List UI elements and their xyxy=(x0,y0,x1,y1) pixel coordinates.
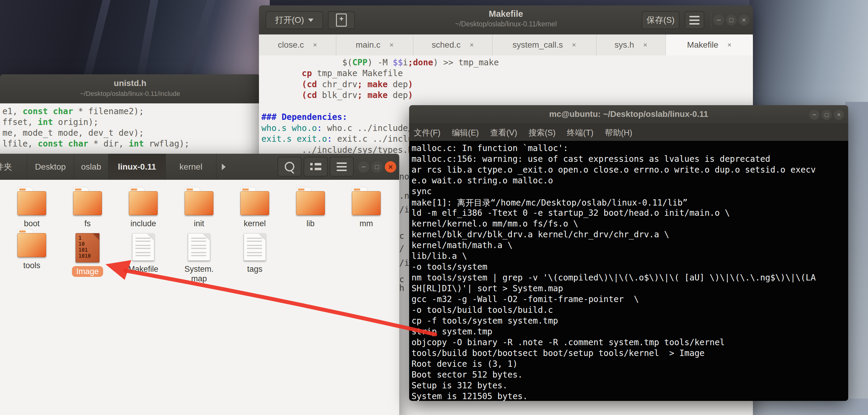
tab-main.c[interactable]: main.c× xyxy=(336,34,413,56)
terminal-output-line: SH[RL]DI\)'| sort > System.map xyxy=(411,283,563,293)
folder-boot[interactable]: boot xyxy=(4,191,60,228)
folder-init[interactable]: init xyxy=(171,191,227,228)
save-button-label: 保存(S) xyxy=(647,14,674,26)
terminal-output-line: make[1]: 离开目录“/home/mc/Desktop/oslab/lin… xyxy=(411,197,688,209)
gedit-minimize-button[interactable]: − xyxy=(713,15,724,26)
fm-minimize-button[interactable]: − xyxy=(358,161,369,172)
gedit-close-button[interactable]: × xyxy=(739,15,749,26)
terminal-output-line: ar rcs lib.a ctype.o _exit.o open.o clos… xyxy=(411,165,816,175)
gedit-menu-button[interactable] xyxy=(685,11,704,29)
tab-close-icon[interactable]: × xyxy=(313,41,317,49)
gedit-maximize-button[interactable]: □ xyxy=(726,15,737,26)
file-manager-content[interactable]: bootfsincludeinitkernellibmmtools1 10 10… xyxy=(0,180,399,415)
terminal-menu-终端(T)[interactable]: 终端(T) xyxy=(567,127,593,138)
terminal-output-line: malloc.c: In function `malloc': xyxy=(411,143,568,153)
item-label: Makefile xyxy=(115,264,171,274)
unistd-headerbar[interactable]: unistd.h ~/Desktop/oslab/linux-0.11/incl… xyxy=(0,74,260,104)
item-label: tags xyxy=(227,264,283,274)
code-token: ) xyxy=(408,79,413,89)
gedit-code-line: (cd chr_drv; make dep) xyxy=(261,79,413,89)
folder-icon xyxy=(296,191,325,215)
terminal-menu-搜索(S)[interactable]: 搜索(S) xyxy=(528,127,555,138)
file-tags[interactable]: tags xyxy=(227,233,283,274)
terminal-screen[interactable]: malloc.c: In function `malloc':malloc.c:… xyxy=(409,141,848,401)
tab-Makefile[interactable]: Makefile× xyxy=(666,34,753,56)
breadcrumb-oslab[interactable]: oslab xyxy=(74,154,108,180)
view-toggle-button[interactable] xyxy=(304,157,328,177)
chevron-down-icon xyxy=(308,19,313,22)
fm-close-button[interactable]: × xyxy=(385,161,396,172)
code-token: dep xyxy=(388,79,408,89)
terminal-output-line: Boot sector 512 bytes. xyxy=(411,370,523,380)
terminal-menu-编辑(E)[interactable]: 编辑(E) xyxy=(452,127,479,138)
hamburger-icon xyxy=(689,16,700,25)
breadcrumb-linux-0.11[interactable]: linux-0.11 xyxy=(108,154,166,180)
item-label: tools xyxy=(4,261,60,270)
fm-maximize-button[interactable]: □ xyxy=(371,161,383,172)
tab-close-icon[interactable]: × xyxy=(389,41,394,49)
terminal-menu-查看(V)[interactable]: 查看(V) xyxy=(490,127,517,138)
close-icon: × xyxy=(388,162,393,172)
terminal-maximize-button[interactable]: □ xyxy=(822,110,832,120)
tab-close-icon[interactable]: × xyxy=(727,41,732,49)
folder-fs[interactable]: fs xyxy=(60,191,115,228)
tab-close.c[interactable]: close.c× xyxy=(259,34,336,56)
code-token: exit.s exit.o xyxy=(261,134,327,144)
file-Makefile[interactable]: Makefile xyxy=(115,233,171,274)
gedit-headerbar[interactable]: 打开(O) + Makefile ~/Desktop/oslab/linux-0… xyxy=(259,5,753,35)
unistd-code-line: e1, const char * filename2); xyxy=(2,106,144,116)
file-Image[interactable]: 1 10 101 1010Image xyxy=(60,233,115,277)
item-label: init xyxy=(171,219,227,228)
code-token xyxy=(261,68,302,78)
occluded-code-fragment: no xyxy=(399,172,409,182)
terminal-minimize-button[interactable]: − xyxy=(809,110,819,120)
search-button[interactable] xyxy=(278,157,302,177)
terminal-menu-帮助(H)[interactable]: 帮助(H) xyxy=(605,127,632,138)
occluded-code-fragment: / xyxy=(399,244,404,254)
gedit-code-line: cp tmp_make Makefile xyxy=(261,68,403,78)
close-icon: × xyxy=(837,111,841,119)
terminal-output-line: malloc.c:156: warning: use of cast expre… xyxy=(411,154,770,164)
breadcrumb-Desktop[interactable]: Desktop xyxy=(27,154,74,180)
file-manager-menu-button[interactable] xyxy=(330,157,354,177)
code-token: $$ xyxy=(393,58,403,67)
gedit-code-line: ### Dependencies: xyxy=(261,112,347,122)
gedit-tab-bar: close.c×main.c×sched.c×system_call.s×sys… xyxy=(259,34,753,56)
new-document-button[interactable]: + xyxy=(328,11,355,29)
terminal-headerbar[interactable]: mc@ubuntu: ~/Desktop/oslab/linux-0.11 − … xyxy=(409,105,848,124)
tab-sys.h[interactable]: sys.h× xyxy=(596,34,666,56)
tab-close-icon[interactable]: × xyxy=(572,41,576,49)
code-token: : xyxy=(327,134,332,144)
terminal-output-line: tools/build boot/bootsect boot/setup too… xyxy=(411,348,705,358)
breadcrumb-kernel[interactable]: kernel xyxy=(166,154,216,180)
code-token: blk_drv xyxy=(317,90,357,100)
folder-tools[interactable]: tools xyxy=(4,233,60,270)
file-System.map[interactable]: System.map xyxy=(171,233,227,283)
folder-include[interactable]: include xyxy=(115,191,171,228)
open-button[interactable]: 打开(O) xyxy=(266,11,323,29)
code-token: (cd xyxy=(302,79,317,89)
terminal-output-line: kernel/kernel.o mm/mm.o fs/fs.o \ xyxy=(411,219,578,229)
terminal-close-button[interactable]: × xyxy=(834,110,844,120)
tab-close-icon[interactable]: × xyxy=(643,41,647,49)
breadcrumb-expander[interactable] xyxy=(216,154,231,180)
minimize-icon: − xyxy=(716,15,721,25)
hamburger-icon xyxy=(337,162,347,171)
chevron-right-icon xyxy=(222,164,226,170)
folder-mm[interactable]: mm xyxy=(338,191,394,228)
tab-sched.c[interactable]: sched.c× xyxy=(413,34,492,56)
folder-lib[interactable]: lib xyxy=(283,191,338,228)
tab-label: close.c xyxy=(278,40,304,50)
tab-system_call.s[interactable]: system_call.s× xyxy=(492,34,596,56)
breadcrumb-文件夹[interactable]: 文件夹 xyxy=(0,154,27,180)
file-manager-toolbar: 文件夹Desktoposlablinux-0.11kernel − □ × xyxy=(0,154,399,180)
folder-kernel[interactable]: kernel xyxy=(227,191,283,228)
terminal-output-line: -o tools/system xyxy=(411,262,487,272)
tab-close-icon[interactable]: × xyxy=(470,41,474,49)
save-button[interactable]: 保存(S) xyxy=(642,11,680,29)
terminal-output-line: nm tools/system | grep -v '\(compiled\)\… xyxy=(411,273,816,283)
terminal-menu-文件(F)[interactable]: 文件(F) xyxy=(414,127,440,138)
terminal-output-line: gcc -m32 -g -Wall -O2 -fomit-frame-point… xyxy=(411,294,639,304)
text-file-icon xyxy=(244,233,266,261)
tab-label: sched.c xyxy=(432,40,461,50)
